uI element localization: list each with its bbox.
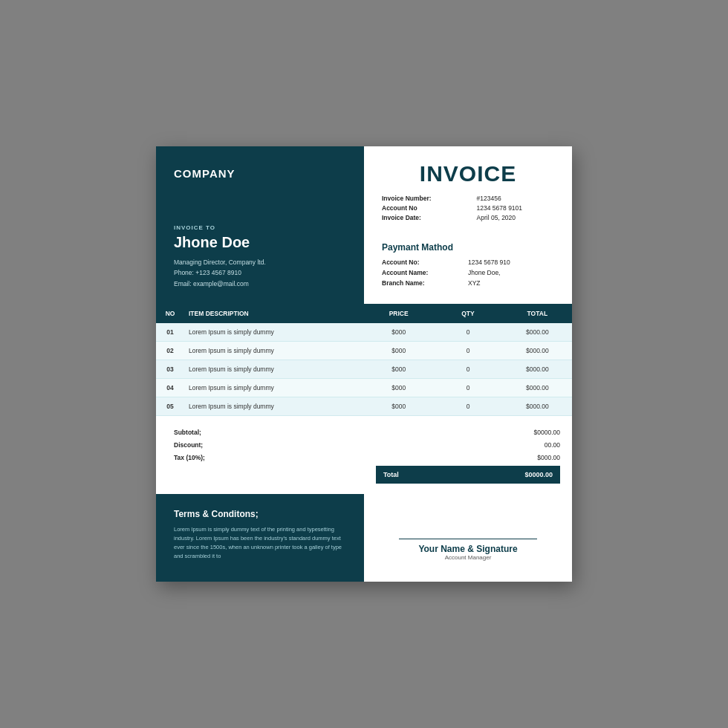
client-email: Email: example@mail.com xyxy=(174,279,346,289)
row-description: Lorem Ipsum is simply dummy xyxy=(184,342,364,360)
table-rows-left: 01 Lorem Ipsum is simply dummy 02 Lorem … xyxy=(156,323,364,416)
table-row-right: $000 0 $000.00 xyxy=(364,360,572,379)
items-right: PRICE QTY TOTAL $000 0 $000.00 $000 0 $0… xyxy=(364,304,572,416)
row-total: $000.00 xyxy=(503,360,572,378)
invoice-title: INVOICE xyxy=(382,161,554,186)
bottom-left: Terms & Conditons; Lorem Ipsum is simply… xyxy=(156,494,364,582)
row-description: Lorem Ipsum is simply dummy xyxy=(184,379,364,397)
invoice-to-label: INVOICE TO xyxy=(174,224,346,231)
invoice-number-value: #123456 xyxy=(477,194,554,204)
table-rows-right: $000 0 $000.00 $000 0 $000.00 $000 0 $00… xyxy=(364,323,572,416)
row-qty: 0 xyxy=(433,342,502,360)
row-description: Lorem Ipsum is simply dummy xyxy=(184,397,364,415)
invoice-document: COMPANY INVOICE TO Jhone Doe Managing Di… xyxy=(156,146,572,582)
row-qty: 0 xyxy=(433,397,502,415)
header-price: PRICE xyxy=(364,304,433,323)
header-qty: QTY xyxy=(433,304,502,323)
row-qty: 0 xyxy=(433,360,502,378)
row-description: Lorem Ipsum is simply dummy xyxy=(184,360,364,378)
table-row: 03 Lorem Ipsum is simply dummy xyxy=(156,360,364,379)
row-no: 02 xyxy=(156,342,184,360)
subtotal-row: $0000.00 xyxy=(376,426,560,439)
row-price: $000 xyxy=(364,342,433,360)
payment-method-title: Paymant Mathod xyxy=(382,242,554,253)
row-no: 01 xyxy=(156,323,184,341)
row-total: $000.00 xyxy=(503,379,572,397)
payment-account-no-label: Account No: xyxy=(382,257,468,267)
items-section: NO ITEM DESCRIPTION 01 Lorem Ipsum is si… xyxy=(156,304,572,416)
table-row-right: $000 0 $000.00 xyxy=(364,323,572,342)
invoice-number-label: Invoice Number: xyxy=(382,194,477,204)
signature-line xyxy=(399,539,537,539)
row-price: $000 xyxy=(364,360,433,378)
payment-account-name-value: Jhone Doe, xyxy=(468,267,554,278)
total-bar: Total $0000.00 xyxy=(376,466,560,484)
discount-row: 00.00 xyxy=(376,439,560,452)
row-qty: 0 xyxy=(433,379,502,397)
client-name: Jhone Doe xyxy=(174,234,346,251)
subtotal-value: $0000.00 xyxy=(534,426,560,439)
row-price: $000 xyxy=(364,379,433,397)
table-row: 02 Lorem Ipsum is simply dummy xyxy=(156,342,364,360)
table-row: 01 Lorem Ipsum is simply dummy xyxy=(156,323,364,342)
header-no: NO xyxy=(156,304,184,323)
totals-section: Subtotal; Discount; Tax (10%); $0000.00 … xyxy=(156,416,572,494)
row-no: 05 xyxy=(156,397,184,415)
items-left: NO ITEM DESCRIPTION 01 Lorem Ipsum is si… xyxy=(156,304,364,416)
signature-name: Your Name & Signature xyxy=(418,544,517,554)
tax-value: $000.00 xyxy=(537,452,560,464)
row-price: $000 xyxy=(364,397,433,415)
payment-branch-value: XYZ xyxy=(468,278,554,288)
table-row: 05 Lorem Ipsum is simply dummy xyxy=(156,397,364,416)
tax-row: $000.00 xyxy=(376,452,560,464)
row-price: $000 xyxy=(364,323,433,341)
payment-account-no-value: 1234 5678 910 xyxy=(468,257,554,267)
signature-role: Account Manager xyxy=(445,554,492,561)
payment-table: Account No: 1234 5678 910 Account Name: … xyxy=(382,257,554,288)
totals-right: $0000.00 00.00 $000.00 Total $0000.00 xyxy=(364,416,572,494)
bottom-right: Your Name & Signature Account Manager xyxy=(364,494,572,582)
invoice-date-label: Invoice Date: xyxy=(382,213,477,223)
client-phone: Phone: +123 4567 8910 xyxy=(174,267,346,278)
account-no-value: 1234 5678 9101 xyxy=(477,204,554,213)
row-no: 04 xyxy=(156,379,184,397)
table-row: 04 Lorem Ipsum is simply dummy xyxy=(156,379,364,397)
invoice-meta: Invoice Number: #123456 Account No 1234 … xyxy=(382,194,554,223)
subtotal-label: Subtotal; xyxy=(174,426,346,439)
payment-account-name-label: Account Name: xyxy=(382,267,468,278)
table-row-right: $000 0 $000.00 xyxy=(364,342,572,360)
row-qty: 0 xyxy=(433,323,502,341)
row-description: Lorem Ipsum is simply dummy xyxy=(184,323,364,341)
bottom-section: Terms & Conditons; Lorem Ipsum is simply… xyxy=(156,494,572,582)
row-total: $000.00 xyxy=(503,397,572,415)
payment-branch-label: Branch Name: xyxy=(382,278,468,288)
client-details: Managing Director, Company ltd. Phone: +… xyxy=(174,257,346,289)
totals-left: Subtotal; Discount; Tax (10%); xyxy=(156,416,364,494)
header-total: TOTAL xyxy=(503,304,572,323)
left-panel: COMPANY INVOICE TO Jhone Doe Managing Di… xyxy=(156,146,364,304)
table-header-right: PRICE QTY TOTAL xyxy=(364,304,572,323)
terms-title: Terms & Conditons; xyxy=(174,509,346,519)
table-header-left: NO ITEM DESCRIPTION xyxy=(156,304,364,323)
total-label: Total xyxy=(383,471,399,478)
row-no: 03 xyxy=(156,360,184,378)
discount-value: 00.00 xyxy=(545,439,560,452)
total-value: $0000.00 xyxy=(524,471,553,478)
account-no-label: Account No xyxy=(382,204,477,213)
row-total: $000.00 xyxy=(503,323,572,341)
row-total: $000.00 xyxy=(503,342,572,360)
invoice-date-value: April 05, 2020 xyxy=(477,213,554,223)
table-row-right: $000 0 $000.00 xyxy=(364,379,572,397)
header-description: ITEM DESCRIPTION xyxy=(184,304,364,323)
client-title: Managing Director, Company ltd. xyxy=(174,257,346,267)
discount-label: Discount; xyxy=(174,439,346,452)
company-name: COMPANY xyxy=(174,167,346,180)
top-section: COMPANY INVOICE TO Jhone Doe Managing Di… xyxy=(156,146,572,304)
right-panel: INVOICE Invoice Number: #123456 Account … xyxy=(364,146,572,304)
table-row-right: $000 0 $000.00 xyxy=(364,397,572,416)
tax-label: Tax (10%); xyxy=(174,452,346,464)
terms-text: Lorem Ipsum is simply dummy text of the … xyxy=(174,525,346,561)
